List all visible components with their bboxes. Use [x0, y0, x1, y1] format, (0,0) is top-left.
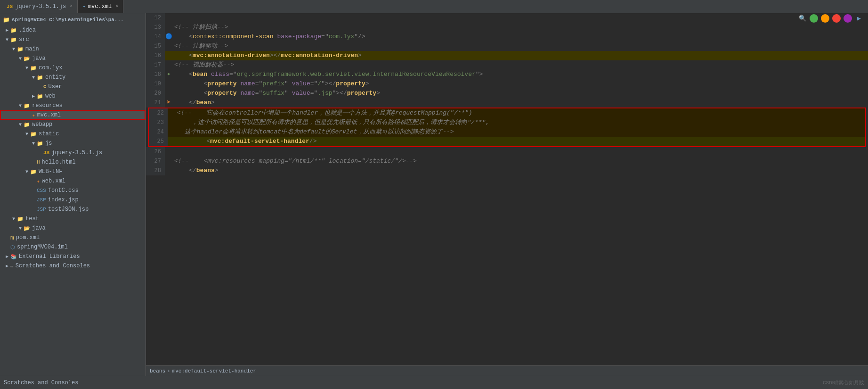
arrow-icon: ▼ — [30, 141, 37, 146]
folder-icon: 📁 — [37, 141, 43, 147]
tab-jquery-close[interactable]: × — [70, 4, 73, 9]
red-circle-icon[interactable] — [832, 14, 841, 23]
breadcrumb-mvc-handler[interactable]: mvc:default-servlet-handler — [172, 368, 256, 374]
sidebar-item-testjson-jsp[interactable]: JSP testJSON.jsp — [0, 205, 146, 214]
sidebar-item-java[interactable]: ▼ 📂 java — [0, 54, 146, 63]
editor-content: 12 13 <!-- 注解扫描--> 14 🔵 <context:compone — [146, 13, 868, 365]
sidebar-item-test-java[interactable]: ▼ 📂 java — [0, 223, 146, 233]
xml-file-icon: ✦ — [32, 112, 35, 118]
green-circle-icon[interactable] — [810, 14, 818, 23]
folder-icon: 📁 — [30, 131, 37, 137]
sidebar-item-scratches[interactable]: ▶ ✏️ Scratches and Consoles — [0, 261, 146, 271]
sidebar-item-com-lyx[interactable]: ▼ 📁 com.lyx — [0, 63, 146, 73]
scratches-label: Scratches and Consoles — [4, 380, 78, 386]
sidebar-item-iml[interactable]: ⬡ springMVC04.iml — [0, 242, 146, 252]
xml-file-icon: ✦ — [82, 3, 86, 9]
css-file-icon: CSS — [37, 188, 46, 193]
sidebar-item-entity[interactable]: ▼ 📁 entity — [0, 73, 146, 82]
breadcrumb-beans[interactable]: beans — [150, 368, 165, 374]
tab-mvc[interactable]: ✦ mvc.xml × — [78, 0, 123, 13]
arrow-icon: ▼ — [17, 56, 24, 61]
sidebar-item-pom-xml[interactable]: m pom.xml — [0, 233, 146, 242]
sidebar-item-mvc-xml[interactable]: ✦ mvc.xml — [0, 110, 146, 120]
sidebar: 📁 springMVC04 C:\MyLearningFiles\pa... ▶… — [0, 13, 146, 376]
folder-icon: 📁 — [37, 93, 43, 99]
sidebar-item-web-xml[interactable]: ✦ web.xml — [0, 176, 146, 186]
editor-area: 🔍 ▶ 12 13 <!-- 注解扫描--> — [146, 13, 868, 376]
breadcrumb-bar: beans › mvc:default-servlet-handler — [146, 365, 868, 376]
code-line-23: 23 ，这个访问路径是可以匹配所有请求的意思，但是优先级最低，只有所有路径都匹配… — [149, 118, 865, 127]
libs-icon: 📚 — [10, 254, 17, 260]
arrow-icon: ▼ — [4, 37, 10, 42]
sidebar-item-js[interactable]: ▼ 📁 js — [0, 139, 146, 148]
arrow-icon: ▼ — [10, 216, 17, 222]
jsp-file-icon2: JSP — [37, 207, 46, 212]
folder-icon: 📁 — [37, 74, 43, 81]
editor-toolbar: 🔍 ▶ — [798, 14, 863, 23]
code-line-21: 21 ➤ </bean> — [146, 98, 868, 108]
code-line-22: 22 <!-- 它会在controller中增加一个handler，也就是一个方… — [149, 108, 865, 118]
code-line-16: 16 <mvc:annotation-driven></mvc:annotati… — [146, 51, 868, 60]
arrow-icon: ▼ — [17, 226, 24, 231]
code-line-15: 15 <!-- 注解驱动--> — [146, 41, 868, 51]
sidebar-item-index-jsp[interactable]: JSP index.jsp — [0, 195, 146, 205]
arrow-icon: ▼ — [30, 75, 37, 80]
arrow-icon: ▶ — [30, 93, 37, 99]
tab-mvc-close[interactable]: × — [115, 4, 118, 9]
tab-mvc-label: mvc.xml — [88, 3, 112, 10]
code-line-26: 26 — [146, 147, 868, 157]
sidebar-item-jquery-js[interactable]: JS jquery-3.5.1.js — [0, 148, 146, 157]
sidebar-item-webapp[interactable]: ▼ 📁 webapp — [0, 120, 146, 129]
folder-icon: 📁 — [10, 27, 17, 33]
sidebar-item-user[interactable]: C User — [0, 82, 146, 91]
blue-arrow-icon[interactable]: ▶ — [855, 14, 863, 23]
arrow-icon: ▼ — [24, 169, 30, 174]
search-icon[interactable]: 🔍 — [798, 14, 807, 23]
code-line-20: 20 <property name="suffix" value=".jsp">… — [146, 89, 868, 98]
folder-icon: 📁 — [24, 122, 30, 128]
code-line-18: 18 ● <bean class="org.springframework.we… — [146, 70, 868, 79]
code-line-25: 25 <mvc:default-servlet-handler/> — [149, 137, 865, 146]
sidebar-item-web[interactable]: ▶ 📁 web — [0, 91, 146, 101]
iml-file-icon: ⬡ — [10, 244, 15, 250]
sidebar-item-web-inf[interactable]: ▼ 📁 WEB-INF — [0, 167, 146, 176]
code-line-14: 14 🔵 <context:component-scan base-packag… — [146, 32, 868, 41]
code-line-28: 28 </beans> — [146, 166, 868, 175]
arrow-icon: ▶ — [4, 263, 10, 269]
sidebar-item-fontc-css[interactable]: CSS fontC.css — [0, 186, 146, 195]
main-layout: 📁 springMVC04 C:\MyLearningFiles\pa... ▶… — [0, 13, 868, 376]
orange-circle-icon[interactable] — [821, 14, 829, 23]
sidebar-item-src[interactable]: ▼ 📁 src — [0, 35, 146, 44]
js-file-icon: JS — [43, 150, 49, 156]
arrow-icon: ▶ — [4, 27, 10, 33]
watermark: CSDN@素心如月妝 — [823, 379, 864, 386]
sidebar-item-resources[interactable]: ▼ 📁 resources — [0, 101, 146, 110]
sidebar-item-external-libs[interactable]: ▶ 📚 External Libraries — [0, 252, 146, 261]
xml-file-icon2: ✦ — [37, 178, 40, 184]
folder-icon: 📁 — [24, 103, 30, 109]
html-file-icon: H — [37, 159, 40, 165]
sidebar-item-test[interactable]: ▼ 📁 test — [0, 214, 146, 223]
sidebar-item-static[interactable]: ▼ 📁 static — [0, 129, 146, 139]
sidebar-item-main[interactable]: ▼ 📁 main — [0, 44, 146, 54]
tab-jquery-label: jquery-3.5.1.js — [15, 3, 66, 10]
purple-circle-icon[interactable] — [844, 14, 852, 23]
maven-icon: m — [10, 234, 14, 241]
code-line-19: 19 <property name="prefix" value="/"></p… — [146, 79, 868, 89]
breadcrumb-separator: › — [167, 368, 170, 374]
code-line-24: 24 这个handler会将请求转到tomcat中名为default的Servl… — [149, 127, 865, 137]
folder-blue-icon: 📂 — [24, 56, 30, 62]
code-line-12: 12 — [146, 13, 868, 23]
sidebar-item-hello-html[interactable]: H hello.html — [0, 157, 146, 167]
tab-jquery[interactable]: JS jquery-3.5.1.js × — [2, 0, 78, 13]
arrow-icon: ▼ — [24, 66, 30, 71]
folder-icon: 📁 — [30, 65, 37, 71]
folder-icon: 📁 — [17, 46, 24, 52]
java-class-icon: C — [43, 84, 47, 90]
folder-icon: 📁 — [30, 169, 37, 175]
code-line-17: 17 <!-- 视图解析器--> — [146, 60, 868, 70]
js-file-icon: JS — [7, 4, 13, 9]
sidebar-item-idea[interactable]: ▶ 📁 .idea — [0, 25, 146, 35]
highlight-box: 22 <!-- 它会在controller中增加一个handler，也就是一个方… — [148, 108, 866, 147]
arrow-icon: ▼ — [17, 122, 24, 127]
